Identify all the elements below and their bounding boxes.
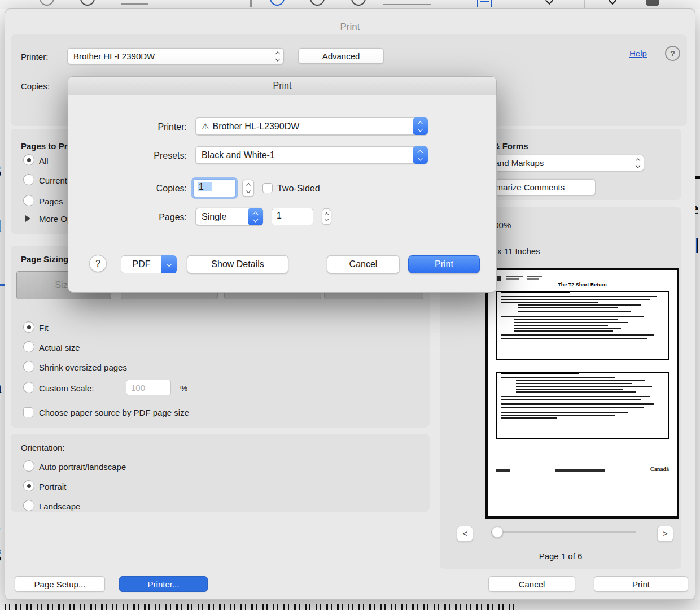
- orientation-panel: Orientation: Auto portrait/landscape Por…: [11, 434, 430, 512]
- page-slider-knob[interactable]: [492, 526, 503, 538]
- sheet-titlebar: Print: [68, 77, 496, 95]
- doc-glyph: n: [0, 377, 2, 396]
- document-right-edge: e: [695, 9, 700, 601]
- sheet-copies-value: 1: [198, 182, 212, 191]
- cra-header: [496, 276, 669, 281]
- orientation-heading: Orientation:: [21, 443, 65, 452]
- acrobat-print-button[interactable]: Print: [594, 576, 688, 592]
- pdf-button-label-area[interactable]: PDF: [121, 255, 162, 273]
- radio-pages[interactable]: [23, 195, 34, 206]
- radio-current-page[interactable]: [23, 174, 34, 185]
- dialog-title: Print: [5, 21, 695, 33]
- pdf-chevron-cap[interactable]: [161, 255, 177, 273]
- radio-auto-orientation[interactable]: [23, 460, 34, 472]
- page-preview-thumbnail: The T2 Short Return: [485, 268, 679, 518]
- toolbar-icon-partial[interactable]: [250, 0, 252, 7]
- toolbar-icon-partial[interactable]: [646, 0, 659, 6]
- toolbar-icon-partial[interactable]: [270, 0, 285, 6]
- printer-select-value: Brother HL-L2390DW: [73, 51, 155, 61]
- sheet-help-button[interactable]: ?: [89, 255, 107, 272]
- radio-portrait[interactable]: [23, 480, 34, 491]
- pages-stepper[interactable]: [322, 208, 331, 225]
- radio-custom-scale[interactable]: [23, 382, 34, 393]
- pages-number-value: 1: [277, 211, 282, 220]
- doc-bar-fragment: [696, 238, 698, 253]
- sheet-cancel-button[interactable]: Cancel: [327, 255, 400, 273]
- sheet-print-label: Print: [435, 259, 453, 269]
- help-link[interactable]: Help: [629, 49, 647, 58]
- sheet-presets-label: Presets:: [71, 151, 187, 161]
- doc-glyph: g: [0, 543, 1, 562]
- chevron-down-icon[interactable]: [545, 0, 553, 5]
- sheet-printer-select[interactable]: ⚠ Brother HL-L2390DW: [195, 117, 428, 135]
- pages-number-input[interactable]: 1: [272, 208, 313, 225]
- custom-scale-input[interactable]: 100: [126, 380, 171, 395]
- printer-dots-label: Printer...: [148, 580, 180, 589]
- help-circle-icon[interactable]: ?: [665, 46, 680, 61]
- toolbar-icon-partial[interactable]: [310, 0, 325, 6]
- acrobat-cancel-button[interactable]: Cancel: [488, 576, 575, 592]
- sheet-title: Print: [68, 81, 496, 91]
- page-indicator: Page 1 of 6: [440, 551, 681, 561]
- radio-all[interactable]: [23, 154, 34, 165]
- pages-mode-select[interactable]: Single: [195, 208, 263, 225]
- warning-triangle-icon: ⚠: [202, 121, 209, 132]
- two-sided-label: Two-Sided: [277, 184, 320, 194]
- toolbar-icon-partial[interactable]: [80, 0, 95, 6]
- radio-all-label: All: [39, 156, 49, 165]
- sheet-print-button[interactable]: Print: [408, 255, 480, 273]
- page-slider-track[interactable]: [491, 531, 636, 533]
- sheet-copies-input[interactable]: 1: [193, 179, 236, 197]
- preview-footer: Canadä: [496, 466, 669, 472]
- clipped-document-text: [5, 604, 519, 610]
- page-setup-button[interactable]: Page Setup...: [15, 576, 105, 592]
- two-sided-checkbox[interactable]: [262, 183, 273, 193]
- sheet-pages-label: Pages:: [71, 212, 187, 223]
- paper-source-checkbox[interactable]: [23, 407, 33, 417]
- radio-fit[interactable]: [23, 321, 34, 333]
- toolbar-field-partial[interactable]: [383, 4, 431, 5]
- radio-shrink-pages[interactable]: [23, 361, 34, 372]
- next-page-button[interactable]: >: [657, 526, 673, 542]
- printer-label: Printer:: [21, 52, 48, 62]
- updown-chevrons-icon: [413, 117, 428, 135]
- sheet-help-glyph: ?: [95, 259, 100, 269]
- toolbar-icon-partial[interactable]: [351, 0, 366, 6]
- sheet-presets-select[interactable]: Black and White-1: [195, 146, 428, 164]
- acrobat-print-label: Print: [632, 580, 650, 589]
- canada-wordmark: Canadä: [650, 466, 669, 472]
- printer-select[interactable]: Brother HL-L2390DW: [67, 48, 284, 64]
- sheet-printer-value: Brother HL-L2390DW: [212, 121, 299, 132]
- advanced-button[interactable]: Advanced: [298, 48, 384, 64]
- preview-doc-title: The T2 Short Return: [496, 282, 669, 287]
- radio-actual-size-label: Actual size: [39, 343, 80, 352]
- toolbar-icon-partial[interactable]: [40, 0, 54, 6]
- page-setup-label: Page Setup...: [34, 580, 86, 589]
- radio-landscape-label: Landscape: [39, 502, 80, 511]
- toolbar-field-partial[interactable]: [121, 3, 148, 5]
- macos-print-sheet: Print Printer: ⚠ Brother HL-L2390DW Pres…: [68, 76, 497, 293]
- show-details-label: Show Details: [211, 259, 264, 269]
- acrobat-toolbar-clipped: [0, 0, 700, 9]
- disclosure-triangle-icon[interactable]: [25, 215, 30, 222]
- document-bottom-edge: [0, 600, 700, 610]
- copies-stepper[interactable]: [242, 180, 254, 197]
- copies-label: Copies:: [21, 81, 50, 91]
- toolbar-divider: [584, 0, 585, 9]
- prev-page-button[interactable]: <: [457, 526, 473, 542]
- radio-actual-size[interactable]: [23, 341, 34, 352]
- advanced-button-label: Advanced: [322, 51, 360, 61]
- printer-dots-button[interactable]: Printer...: [119, 576, 208, 592]
- fit-width-icon[interactable]: [477, 0, 492, 7]
- sheet-copies-label: Copies:: [71, 184, 187, 194]
- toolbar-arrow-icon[interactable]: [609, 0, 616, 5]
- preview-box-2: [496, 372, 669, 439]
- show-details-button[interactable]: Show Details: [187, 255, 288, 273]
- updown-chevrons-icon: [248, 208, 263, 225]
- updown-chevrons-icon: [276, 52, 279, 60]
- radio-auto-orientation-label: Auto portrait/landscape: [39, 462, 126, 472]
- next-arrow-glyph: >: [663, 529, 667, 538]
- radio-landscape[interactable]: [23, 500, 34, 511]
- radio-pages-label: Pages: [39, 197, 63, 206]
- pdf-menu-button[interactable]: PDF: [121, 255, 177, 273]
